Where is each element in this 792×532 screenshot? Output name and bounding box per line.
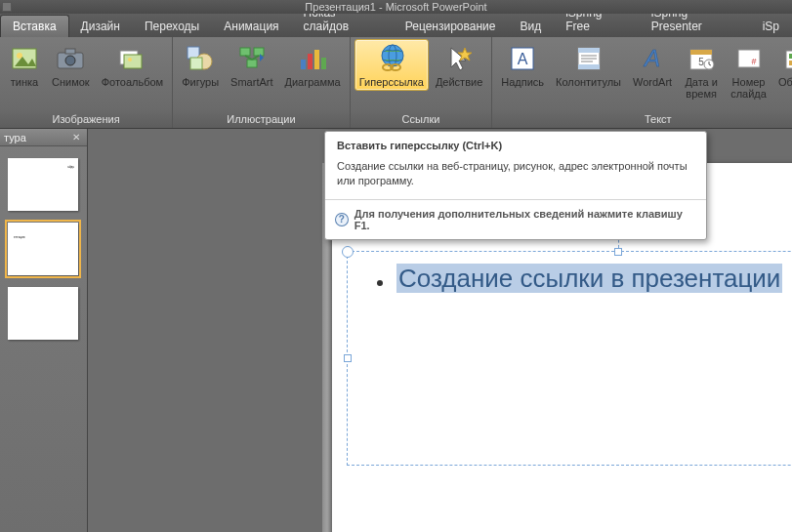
bullet-line[interactable]: Создание ссылки в презентации [348,252,792,294]
svg-rect-6 [124,55,142,68]
slide-thumbnail[interactable] [8,287,78,340]
svg-rect-4 [65,49,75,54]
photoalbum-icon [116,43,147,74]
hyperlink-tooltip: Вставить гиперссылку (Ctrl+K) Создание с… [324,131,707,240]
resize-handle[interactable] [344,354,352,362]
svg-rect-43 [789,54,792,59]
svg-rect-10 [190,58,202,69]
tooltip-title: Вставить гиперссылку (Ctrl+K) [325,132,706,153]
svg-point-7 [128,58,132,61]
tooltip-help: ? Для получения дополнительных сведений … [325,200,706,239]
wordart-icon: A [637,43,668,74]
outline-panel: тура ✕ айда ентации [0,129,88,532]
group-links-label: Ссылки [354,111,488,128]
group-text: A Надпись Колонтитулы A WordArt 5 [492,37,792,128]
chart-icon [297,43,328,74]
slidenum-icon: # [733,43,765,74]
wordart-button[interactable]: A WordArt [628,39,677,91]
group-illustrations-label: Иллюстрации [177,111,346,128]
tab-insert[interactable]: Вставка [0,15,69,37]
help-icon: ? [335,213,349,226]
svg-point-19 [382,45,403,66]
chart-label: Диаграмма [285,76,341,88]
svg-rect-13 [247,60,257,67]
textbox-label: Надпись [501,76,544,88]
wordart-label: WordArt [633,76,672,88]
svg-rect-12 [254,48,264,56]
app-title: Презентация1 - Microsoft PowerPoint [305,1,486,13]
svg-point-3 [65,56,75,65]
bullet-text[interactable]: Создание ссылки в презентации [396,264,782,293]
hyperlink-button[interactable]: Гиперссылка [354,39,429,91]
tab-ispring-partial[interactable]: iSp [751,16,792,37]
headerfooter-label: Колонтитулы [556,76,621,88]
slide-thumbnail[interactable]: ентации [8,223,78,275]
ribbon: тинка Снимок Фотоальбом Изображения [0,37,792,129]
object-icon [781,43,792,74]
picture-button[interactable]: тинка [4,39,45,91]
object-label: Объект [778,76,792,88]
svg-text:A: A [518,51,528,67]
globe-link-icon [376,43,407,74]
ribbon-tabs: Вставка Дизайн Переходы Анимация Показ с… [0,14,792,37]
screenshot-button[interactable]: Снимок [47,39,95,91]
svg-text:5: 5 [698,57,704,67]
tab-animation[interactable]: Анимация [212,16,291,37]
photoalbum-label: Фотоальбом [102,76,164,88]
tab-review[interactable]: Рецензирование [394,16,509,37]
close-icon[interactable]: ✕ [69,131,83,144]
photoalbum-button[interactable]: Фотоальбом [97,39,169,91]
svg-rect-35 [690,50,712,55]
quick-access-toolbar [0,0,12,14]
picture-icon [9,43,40,74]
calendar-icon: 5 [686,43,717,74]
shapes-button[interactable]: Фигуры [177,39,224,91]
textbox-button[interactable]: A Надпись [496,39,549,91]
bullet-icon [377,280,383,286]
qat-dropdown-icon[interactable] [2,2,12,12]
resize-handle[interactable] [614,248,622,256]
group-images: тинка Снимок Фотоальбом Изображения [0,37,173,128]
content-placeholder[interactable]: Создание ссылки в презентации [347,251,792,466]
textbox-icon: A [507,43,538,74]
slide-thumbnail[interactable]: айда [8,158,78,211]
camera-icon [55,43,86,74]
chart-button[interactable]: Диаграмма [280,39,346,91]
smartart-button[interactable]: SmartArt [226,39,277,91]
datetime-label: Дата и время [685,76,718,100]
object-button[interactable]: Объект [773,39,792,91]
action-label: Действие [436,76,482,88]
action-button[interactable]: Действие [431,39,487,91]
svg-rect-16 [308,54,313,69]
group-illustrations: Фигуры SmartArt Диаграмма Иллюстрации [173,37,351,128]
svg-rect-11 [240,48,250,56]
svg-rect-29 [578,64,600,69]
slidenum-button[interactable]: # Номер слайда [726,39,771,102]
tab-transitions[interactable]: Переходы [133,16,212,37]
headerfooter-button[interactable]: Колонтитулы [551,39,626,91]
svg-rect-40 [738,50,760,67]
svg-rect-17 [314,50,319,69]
panel-tab-label[interactable]: тура [4,132,26,143]
headerfooter-icon [573,43,604,74]
tab-view[interactable]: Вид [508,16,554,37]
tab-design[interactable]: Дизайн [69,16,133,37]
svg-rect-28 [578,48,600,53]
smartart-label: SmartArt [230,76,272,88]
hyperlink-label: Гиперссылка [359,76,424,88]
shapes-label: Фигуры [182,76,219,88]
cursor-star-icon [443,43,475,74]
svg-point-1 [17,53,22,59]
screenshot-label: Снимок [52,76,90,88]
title-bar: Презентация1 - Microsoft PowerPoint [0,0,792,14]
group-links: Гиперссылка Действие Ссылки [351,37,493,128]
smartart-icon [236,43,268,74]
group-images-label: Изображения [4,111,168,128]
shapes-icon [185,43,216,74]
panel-header: тура ✕ [0,129,87,146]
thumbnail-list: айда ентации [8,158,79,340]
svg-rect-45 [789,61,792,65]
datetime-button[interactable]: 5 Дата и время [679,39,724,102]
tooltip-help-text: Для получения дополнительных сведений на… [354,208,694,231]
group-text-label: Текст [496,111,792,128]
